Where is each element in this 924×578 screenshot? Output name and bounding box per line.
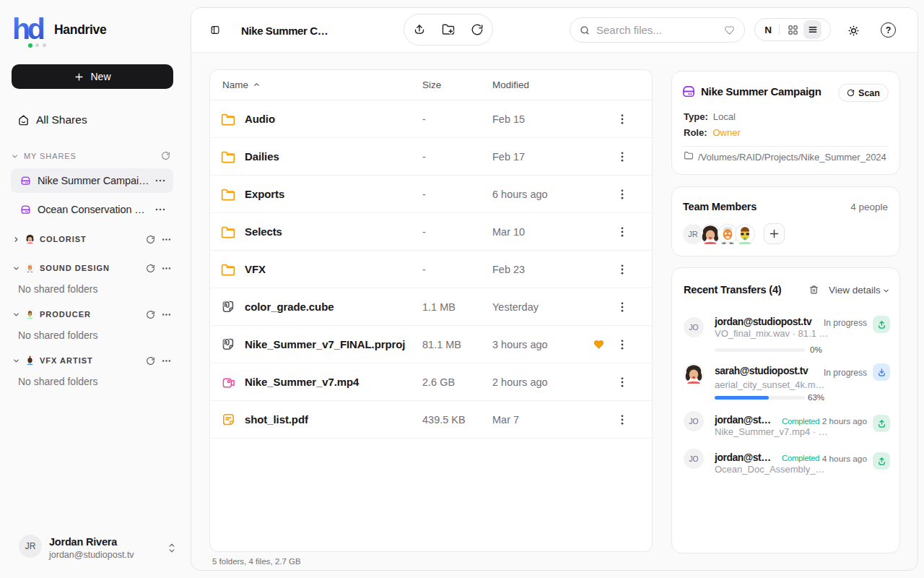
- svg-text:JO: JO: [689, 324, 698, 332]
- svg-text:JO: JO: [689, 418, 698, 426]
- svg-text:hd: hd: [13, 15, 44, 41]
- svg-text:JO: JO: [689, 455, 698, 463]
- svg-text:JR: JR: [688, 230, 698, 238]
